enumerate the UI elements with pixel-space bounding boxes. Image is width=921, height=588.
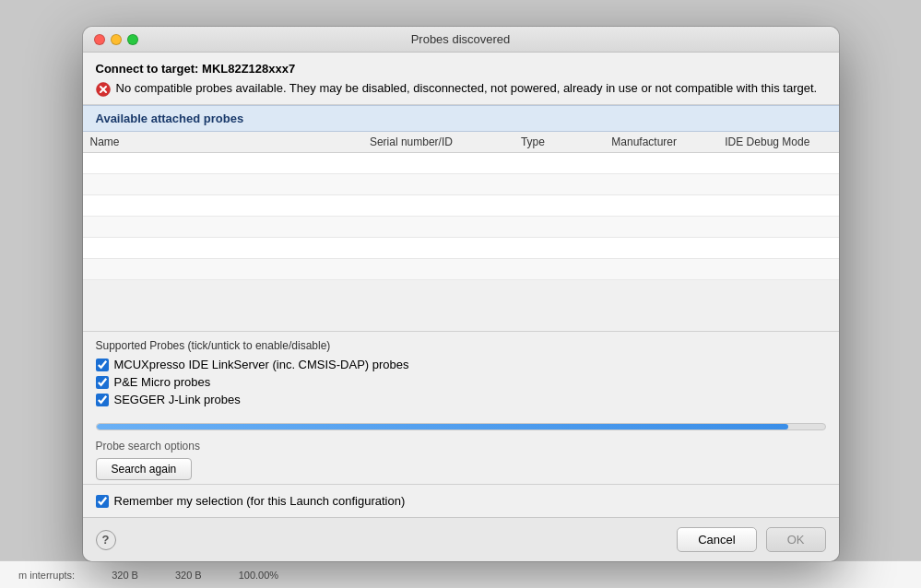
- search-options-label: Probe search options: [96, 440, 826, 453]
- col-serial: Serial number/ID: [362, 132, 514, 153]
- search-options: Probe search options Search again: [83, 434, 839, 484]
- table-row[interactable]: [83, 153, 839, 174]
- error-row: No compatible probes available. They may…: [96, 81, 826, 97]
- segger-checkbox[interactable]: [96, 394, 109, 406]
- modal-overlay: Probes discovered Connect to target: MKL…: [0, 0, 921, 588]
- connect-title: Connect to target: MKL82Z128xxx7: [96, 62, 826, 76]
- progress-area: [83, 417, 839, 434]
- mcuxpresso-checkbox[interactable]: [96, 359, 109, 371]
- title-bar-buttons: [94, 34, 138, 45]
- minimize-button[interactable]: [111, 34, 122, 45]
- help-button[interactable]: ?: [96, 530, 116, 550]
- remember-row: Remember my selection (for this Launch c…: [96, 494, 826, 508]
- probes-section: Available attached probes Name Serial nu…: [83, 105, 839, 331]
- table-row[interactable]: [83, 238, 839, 259]
- dialog-footer: ? Cancel OK: [83, 517, 839, 561]
- pe-micro-row: P&E Micro probes: [96, 375, 826, 389]
- maximize-button[interactable]: [127, 34, 138, 45]
- table-row[interactable]: [83, 195, 839, 217]
- close-button[interactable]: [94, 34, 105, 45]
- dialog: Probes discovered Connect to target: MKL…: [83, 27, 839, 561]
- probe-table: Name Serial number/ID Type Manufacturer …: [83, 132, 839, 280]
- footer-right: Cancel OK: [677, 527, 825, 552]
- ok-button[interactable]: OK: [766, 527, 826, 552]
- segger-row: SEGGER J-Link probes: [96, 393, 826, 406]
- pe-micro-checkbox[interactable]: [96, 376, 109, 389]
- supported-section: Supported Probes (tick/untick to enable/…: [83, 331, 839, 417]
- error-text: No compatible probes available. They may…: [116, 81, 818, 95]
- mcuxpresso-label: MCUXpresso IDE LinkServer (inc. CMSIS-DA…: [114, 358, 409, 371]
- col-ide-debug: IDE Debug Mode: [717, 132, 838, 153]
- title-bar: Probes discovered: [83, 27, 839, 53]
- progress-bar-background: [96, 423, 826, 430]
- footer-left: ?: [96, 530, 116, 550]
- remember-section: Remember my selection (for this Launch c…: [83, 484, 839, 517]
- connect-section: Connect to target: MKL82Z128xxx7 No comp…: [83, 53, 839, 105]
- cancel-button[interactable]: Cancel: [677, 527, 756, 552]
- probes-header: Available attached probes: [83, 105, 839, 132]
- dialog-title: Probes discovered: [411, 32, 511, 46]
- segger-label: SEGGER J-Link probes: [114, 393, 241, 406]
- remember-label: Remember my selection (for this Launch c…: [114, 494, 406, 508]
- col-name: Name: [83, 132, 362, 153]
- supported-label: Supported Probes (tick/untick to enable/…: [96, 339, 826, 352]
- error-icon: [96, 82, 111, 97]
- table-row[interactable]: [83, 174, 839, 195]
- progress-bar-fill: [97, 424, 789, 429]
- remember-checkbox[interactable]: [96, 495, 109, 508]
- col-manufacturer: Manufacturer: [604, 132, 717, 153]
- search-again-button[interactable]: Search again: [96, 458, 193, 480]
- table-row[interactable]: [83, 259, 839, 280]
- mcuxpresso-row: MCUXpresso IDE LinkServer (inc. CMSIS-DA…: [96, 358, 826, 371]
- pe-micro-label: P&E Micro probes: [114, 375, 211, 389]
- probe-table-wrapper[interactable]: Name Serial number/ID Type Manufacturer …: [83, 132, 839, 298]
- col-type: Type: [514, 132, 604, 153]
- table-row[interactable]: [83, 217, 839, 238]
- dialog-body: Connect to target: MKL82Z128xxx7 No comp…: [83, 53, 839, 517]
